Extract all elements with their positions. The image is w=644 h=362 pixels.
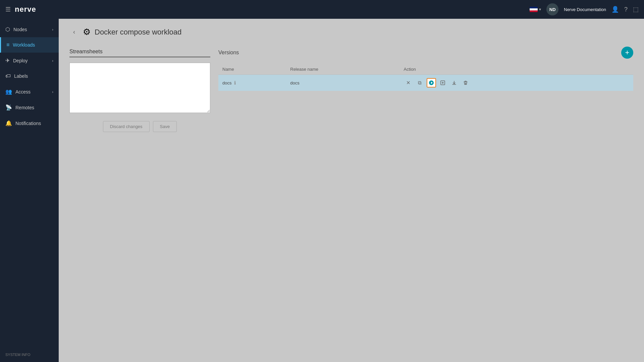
page-title: Docker compose workload	[95, 28, 181, 37]
form-panel: Discard changes Save	[69, 47, 210, 132]
sidebar-item-workloads[interactable]: ≡ Workloads	[0, 37, 59, 53]
sidebar-item-remotes[interactable]: 📡 Remotes	[0, 100, 59, 115]
col-release-name: Release name	[286, 64, 399, 75]
sidebar-item-deploy[interactable]: ✈ Deploy ›	[0, 53, 59, 68]
help-icon[interactable]: ?	[624, 6, 628, 13]
cell-release-name: docs	[286, 75, 399, 91]
versions-header: Versions +	[218, 47, 633, 59]
versions-table: Name Release name Action docs ℹ	[218, 64, 633, 91]
access-icon: 👥	[5, 88, 12, 95]
nerve-documentation-link[interactable]: Nerve Documentation	[564, 7, 606, 12]
cell-name: docs ℹ	[218, 75, 286, 91]
topnav-left: ☰ nerve	[5, 5, 530, 14]
sidebar: ⬡ Nodes › ≡ Workloads ✈ Deploy › 🏷 Label…	[0, 19, 59, 362]
form-actions: Discard changes Save	[69, 121, 210, 132]
page-header: ‹ ⚙ Docker compose workload	[69, 27, 633, 37]
versions-table-head: Name Release name Action	[218, 64, 633, 75]
sidebar-item-access[interactable]: 👥 Access ›	[0, 84, 59, 100]
language-selector[interactable]: ▾	[530, 7, 541, 12]
access-chevron-icon: ›	[52, 90, 53, 94]
topnav: ☰ nerve ▾ ND Nerve Documentation 👤 ? ⬚	[0, 0, 644, 19]
release-name-text: docs	[290, 80, 299, 85]
form-versions-layout: Discard changes Save Versions + Name Rel…	[69, 47, 633, 132]
notifications-icon: 🔔	[5, 120, 12, 126]
description-textarea[interactable]	[69, 63, 210, 113]
remotes-icon: 📡	[5, 104, 12, 111]
nodes-icon: ⬡	[5, 26, 10, 33]
deploy-version-button[interactable]	[427, 78, 436, 87]
avatar[interactable]: ND	[546, 3, 558, 15]
add-version-button[interactable]: +	[621, 47, 633, 59]
export-version-button[interactable]	[438, 78, 447, 87]
back-button[interactable]: ‹	[69, 27, 79, 37]
logout-icon[interactable]: ⬚	[633, 6, 639, 13]
col-action: Action	[400, 64, 633, 75]
delete-version-button[interactable]	[461, 78, 470, 87]
cell-actions: ✕ ⧉	[400, 75, 633, 91]
main-content: ‹ ⚙ Docker compose workload Discard chan…	[59, 19, 644, 362]
col-name: Name	[218, 64, 286, 75]
deploy-chevron-icon: ›	[52, 59, 53, 63]
main-layout: ⬡ Nodes › ≡ Workloads ✈ Deploy › 🏷 Label…	[0, 19, 644, 362]
flag-icon	[530, 7, 538, 12]
deploy-icon: ✈	[5, 57, 10, 64]
app-logo: nerve	[15, 5, 36, 14]
info-icon: ℹ	[234, 80, 236, 85]
sidebar-bottom: SYSTEM INFO	[0, 347, 59, 362]
copy-version-button[interactable]: ⧉	[415, 78, 425, 87]
versions-title: Versions	[218, 50, 239, 56]
sidebar-item-nodes[interactable]: ⬡ Nodes ›	[0, 21, 59, 37]
versions-table-body: docs ℹ docs ✕ ⧉	[218, 75, 633, 91]
sidebar-item-labels[interactable]: 🏷 Labels	[0, 68, 59, 84]
user-profile-icon[interactable]: 👤	[611, 6, 619, 13]
nodes-chevron-icon: ›	[52, 27, 53, 32]
version-name-text: docs	[222, 80, 231, 85]
workload-type-icon: ⚙	[83, 27, 91, 37]
hamburger-menu-icon[interactable]: ☰	[5, 6, 11, 13]
import-version-button[interactable]	[449, 78, 459, 87]
system-info-link[interactable]: SYSTEM INFO	[5, 353, 53, 357]
labels-icon: 🏷	[5, 73, 11, 79]
workloads-icon: ≡	[6, 42, 9, 48]
sidebar-item-notifications[interactable]: 🔔 Notifications	[0, 115, 59, 131]
discard-changes-button[interactable]: Discard changes	[103, 121, 150, 132]
language-chevron-icon: ▾	[539, 7, 541, 12]
versions-table-header-row: Name Release name Action	[218, 64, 633, 75]
action-buttons-group: ✕ ⧉	[404, 78, 629, 87]
cancel-version-button[interactable]: ✕	[404, 78, 413, 87]
versions-panel: Versions + Name Release name Action	[218, 47, 633, 91]
workload-name-input[interactable]	[69, 47, 210, 57]
save-button[interactable]: Save	[153, 121, 177, 132]
table-row: docs ℹ docs ✕ ⧉	[218, 75, 633, 91]
topnav-right: ▾ ND Nerve Documentation 👤 ? ⬚	[530, 3, 639, 15]
